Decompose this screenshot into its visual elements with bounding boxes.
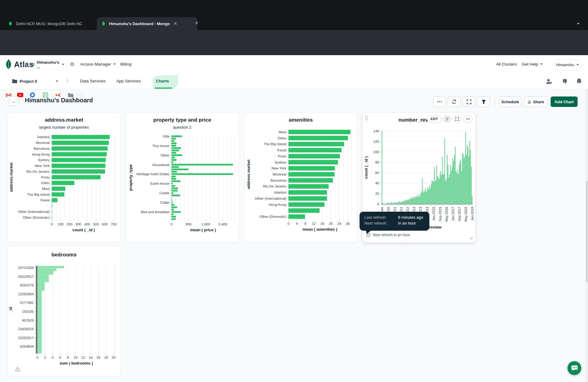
- chart-edit-button[interactable]: EDIT: [427, 115, 441, 123]
- chart-card-bedrooms[interactable]: bedrooms 2070155926320917828157912091894…: [7, 246, 121, 377]
- chart-card-number-reviews[interactable]: number_reviews 020406080100120140No date…: [362, 112, 476, 243]
- svg-text:23252017: 23252017: [18, 336, 34, 340]
- org-selector[interactable]: Himanshu's ...: [28, 59, 67, 70]
- user-activity-icon[interactable]: [561, 78, 568, 86]
- project-chevron-down-icon[interactable]: [56, 81, 58, 82]
- address-market-chart: IstanbulMontrealBarcelonaHong KongSydney…: [8, 113, 120, 242]
- clock-icon: [366, 233, 371, 237]
- warning-icon[interactable]: [15, 367, 20, 371]
- svg-text:Sydney: Sydney: [275, 161, 287, 164]
- chart-card-property-type-price[interactable]: property type and price question 2 Villa…: [126, 112, 239, 243]
- project-nav: Project 0 ⋮ Data Services App Services C…: [0, 74, 588, 89]
- svg-text:Other (International): Other (International): [18, 210, 50, 214]
- project-selector[interactable]: Project 0: [20, 79, 37, 84]
- svg-text:Barcelona: Barcelona: [34, 147, 50, 150]
- dashboard-more-button[interactable]: [433, 96, 446, 107]
- svg-text:property_type: property_type: [128, 165, 133, 191]
- svg-text:12091894: 12091894: [18, 292, 34, 296]
- project-kebab-menu[interactable]: ⋮: [65, 78, 70, 83]
- chat-bubble-icon: [571, 365, 578, 371]
- tab-search-chevron-icon[interactable]: [577, 20, 579, 26]
- chart-more-button[interactable]: [463, 115, 473, 123]
- svg-text:Bed and breakfast: Bed and breakfast: [141, 210, 170, 214]
- svg-text:Oahu: Oahu: [41, 181, 50, 185]
- chevron-down-icon: [540, 63, 543, 65]
- svg-text:Other: Other: [160, 153, 169, 157]
- svg-text:Hong Kong: Hong Kong: [269, 203, 286, 206]
- svg-text:Heritage hotel (India): Heritage hotel (India): [137, 172, 170, 176]
- svg-text:Sep-2015: Sep-2015: [438, 207, 442, 221]
- add-chart-label: Add Chart: [555, 100, 574, 104]
- page-scrollbar-thumb[interactable]: [586, 181, 588, 282]
- svg-text:700: 700: [111, 222, 117, 226]
- ellipsis-icon: [437, 101, 442, 102]
- svg-text:Sydney: Sydney: [38, 158, 50, 162]
- invite-user-icon[interactable]: [546, 78, 552, 86]
- svg-text:100: 100: [373, 150, 379, 154]
- svg-text:500: 500: [93, 222, 99, 226]
- filter-slash-icon: [445, 117, 449, 121]
- svg-text:0: 0: [36, 356, 38, 359]
- svg-text:120: 120: [373, 140, 379, 143]
- filter-funnel-icon: [481, 100, 486, 104]
- tab-title: Himanshu's Dashboard - Mongo: [109, 21, 170, 26]
- resize-handle-icon[interactable]: [469, 236, 473, 240]
- svg-text:0: 0: [51, 222, 53, 226]
- svg-text:140: 140: [373, 129, 379, 133]
- svg-text:16: 16: [320, 222, 324, 225]
- browser-tab-active[interactable]: Himanshu's Dashboard - Mongo ✕: [97, 17, 197, 30]
- svg-text:23435015: 23435015: [18, 327, 34, 331]
- svg-text:address.market: address.market: [9, 162, 13, 192]
- svg-text:457829: 457829: [22, 319, 34, 322]
- svg-text:address.market: address.market: [246, 159, 251, 189]
- schedule-label: Schedule: [501, 100, 519, 104]
- refresh-icon: [452, 99, 457, 104]
- access-manager-menu[interactable]: Access Manager: [80, 62, 116, 66]
- page-scrollbar-track[interactable]: [586, 89, 588, 382]
- dashboard-filter-button[interactable]: [477, 96, 490, 107]
- svg-text:Earth house: Earth house: [150, 182, 169, 185]
- chart-fullscreen-button[interactable]: [453, 115, 461, 123]
- svg-text:count ( _id ): count ( _id ): [364, 156, 368, 179]
- org-settings-gear-icon[interactable]: ⚙: [70, 61, 74, 68]
- chat-assistant-button[interactable]: [567, 361, 581, 375]
- svg-text:20701559: 20701559: [18, 266, 34, 270]
- refresh-tooltip: Last refresh: 6 minutes ago Next refresh…: [360, 212, 429, 231]
- svg-text:400: 400: [84, 222, 90, 226]
- chart-filter-button-disabled: [443, 115, 451, 123]
- svg-text:5177481: 5177481: [20, 301, 34, 304]
- bookmarks-folder-label[interactable]: Imp: [76, 93, 83, 97]
- svg-text:_id: _id: [8, 307, 13, 313]
- chart-card-amenities[interactable]: amenities MauiOahuThe Big IslandKauaiPor…: [244, 112, 357, 243]
- tab-app-services[interactable]: App Services: [116, 79, 141, 83]
- svg-text:Montreal: Montreal: [36, 141, 50, 145]
- drag-handle-icon[interactable]: [365, 115, 368, 120]
- next-refresh-label: Next refresh:: [364, 221, 398, 225]
- tab-close-icon[interactable]: ✕: [174, 21, 177, 26]
- add-chart-button[interactable]: Add Chart: [551, 96, 578, 107]
- tab-data-services[interactable]: Data Services: [80, 79, 106, 83]
- share-button[interactable]: Share: [524, 96, 548, 107]
- back-to-dashboards-button[interactable]: ←: [9, 96, 19, 106]
- notifications-bell-icon[interactable]: [576, 78, 582, 86]
- user-menu[interactable]: Himanshu: [553, 59, 582, 70]
- svg-text:May-2016: May-2016: [445, 207, 448, 222]
- schedule-button[interactable]: Schedule: [499, 96, 521, 107]
- dashboard-fullscreen-button[interactable]: [462, 96, 475, 107]
- get-help-menu[interactable]: Get Help: [522, 62, 543, 66]
- svg-text:Istanbul: Istanbul: [37, 135, 50, 139]
- new-tab-button[interactable]: +: [195, 19, 198, 27]
- last-refresh-label: Last refresh:: [364, 215, 398, 220]
- svg-text:Jan-2015: Jan-2015: [432, 207, 435, 221]
- svg-text:200: 200: [66, 222, 72, 226]
- dashboard-refresh-button[interactable]: [448, 96, 461, 107]
- all-clusters-link[interactable]: All Clusters: [496, 62, 517, 66]
- svg-text:Istanbul: Istanbul: [274, 191, 286, 194]
- svg-text:12: 12: [312, 222, 316, 225]
- browser-tab-inactive[interactable]: Delhi-NCR MUG: MongoDB Delhi NC: [4, 17, 104, 30]
- org-icon: [31, 62, 35, 66]
- svg-text:Kauai: Kauai: [41, 198, 50, 202]
- chart-card-address-market[interactable]: address.market largest number of propert…: [7, 112, 121, 243]
- billing-link[interactable]: Billing: [120, 62, 131, 66]
- tab-charts[interactable]: Charts: [156, 79, 169, 83]
